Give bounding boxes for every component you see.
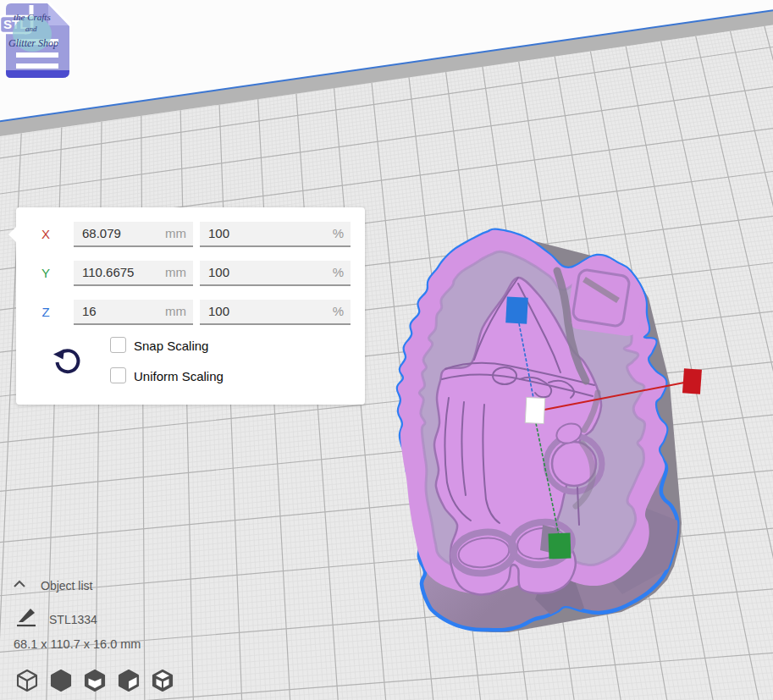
svg-text:Glitter Shop: Glitter Shop	[8, 37, 58, 49]
svg-text:the Crafts: the Crafts	[14, 12, 51, 22]
svg-text:and: and	[25, 25, 37, 33]
